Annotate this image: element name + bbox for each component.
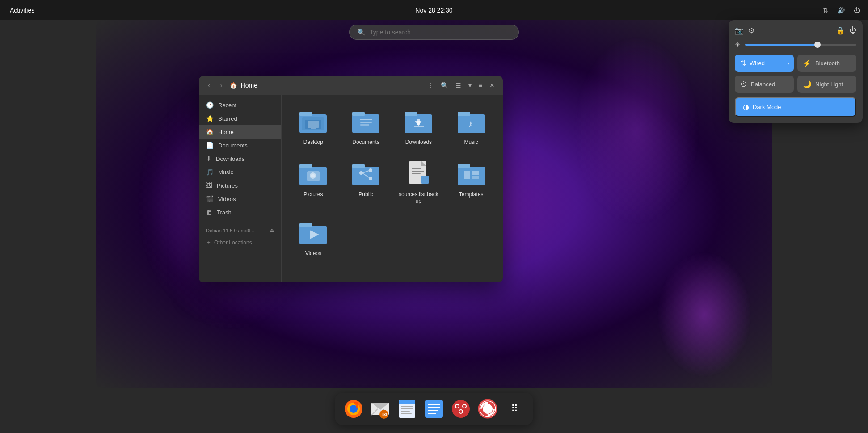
other-locations-label: Other Locations bbox=[214, 240, 252, 246]
svg-rect-7 bbox=[352, 112, 365, 116]
search-input[interactable] bbox=[370, 29, 510, 36]
fm-forward-button[interactable]: › bbox=[217, 80, 225, 90]
music-folder-svg: ♪ bbox=[457, 106, 486, 135]
music-folder-name: Music bbox=[464, 139, 478, 146]
searchbar-container: 🔍 bbox=[349, 25, 519, 40]
svg-rect-20 bbox=[299, 164, 312, 168]
dark-mode-button[interactable]: ◑ Dark Mode bbox=[735, 97, 856, 117]
public-folder-name: Public bbox=[358, 191, 373, 198]
sidebar-item-documents[interactable]: 📄 Documents bbox=[199, 139, 281, 152]
fm-view-icon[interactable]: ☰ bbox=[454, 81, 463, 90]
downloads-folder-name: Downloads bbox=[405, 139, 432, 146]
sidebar-downloads-label: Downloads bbox=[216, 156, 244, 162]
topbar-left: Activities bbox=[5, 5, 39, 16]
debian-label: Debian 11.5.0 amd6... bbox=[206, 228, 254, 233]
pictures-icon: 🖼 bbox=[206, 182, 212, 189]
sidebar-documents-label: Documents bbox=[218, 142, 248, 149]
sources-file-icon: ≡ bbox=[404, 159, 433, 188]
volume-icon[interactable]: 🔊 bbox=[834, 5, 847, 16]
dock-help[interactable] bbox=[476, 397, 499, 420]
svg-text:✉: ✉ bbox=[382, 412, 387, 418]
file-item-videos[interactable]: Videos bbox=[289, 213, 338, 262]
wired-icon: ⇅ bbox=[740, 59, 746, 67]
svg-rect-1 bbox=[299, 112, 312, 116]
sidebar-item-pictures[interactable]: 🖼 Pictures bbox=[199, 179, 281, 192]
file-item-public[interactable]: Public bbox=[341, 154, 391, 210]
eject-icon[interactable]: ⏏ bbox=[270, 227, 274, 233]
fm-sort-icon[interactable]: ▾ bbox=[467, 81, 473, 90]
notes-dock-svg bbox=[424, 399, 444, 419]
night-light-label: Night Light bbox=[815, 81, 843, 88]
wired-arrow-icon: › bbox=[788, 60, 789, 67]
sidebar-item-videos[interactable]: 🎬 Videos bbox=[199, 192, 281, 206]
brightness-row: ☀ bbox=[735, 41, 856, 48]
fm-search-icon[interactable]: 🔍 bbox=[439, 81, 450, 90]
wired-button[interactable]: ⇅ Wired › bbox=[735, 55, 794, 72]
sidebar-item-debian[interactable]: Debian 11.5.0 amd6... ⏏ bbox=[199, 225, 281, 236]
pictures-folder-svg bbox=[299, 159, 328, 188]
dock-writer[interactable] bbox=[396, 397, 419, 420]
night-light-button[interactable]: 🌙 Night Light bbox=[797, 76, 856, 93]
videos-icon: 🎬 bbox=[206, 195, 214, 202]
network-icon[interactable]: ⇅ bbox=[820, 5, 831, 16]
svg-rect-24 bbox=[352, 167, 379, 185]
sidebar-item-home[interactable]: 🏠 Home bbox=[199, 125, 281, 139]
systray-left-icons: 📷 ⚙ bbox=[735, 26, 754, 35]
svg-point-77 bbox=[463, 405, 466, 408]
screenshot-icon[interactable]: 📷 bbox=[735, 26, 744, 35]
file-item-documents[interactable]: Documents bbox=[341, 102, 391, 151]
file-item-music[interactable]: ♪ Music bbox=[447, 102, 496, 151]
sidebar-item-starred[interactable]: ⭐ Starred bbox=[199, 112, 281, 125]
svg-rect-71 bbox=[428, 413, 436, 414]
wired-label: Wired bbox=[750, 60, 765, 67]
dock-app-grid[interactable]: ⠿ bbox=[503, 397, 526, 420]
fm-back-button[interactable]: ‹ bbox=[205, 80, 213, 90]
sidebar-item-music[interactable]: 🎵 Music bbox=[199, 165, 281, 179]
dock-software[interactable] bbox=[449, 397, 472, 420]
fm-menu-icon[interactable]: ⋮ bbox=[426, 81, 435, 90]
dock-firefox[interactable] bbox=[342, 397, 365, 420]
brightness-thumb bbox=[814, 42, 821, 48]
file-item-desktop[interactable]: Desktop bbox=[289, 102, 338, 151]
search-icon: 🔍 bbox=[358, 29, 365, 36]
dock-notes[interactable] bbox=[422, 397, 446, 420]
downloads-icon: ⬇ bbox=[206, 155, 211, 162]
music-icon: 🎵 bbox=[206, 168, 214, 176]
svg-rect-43 bbox=[472, 176, 479, 179]
settings-icon[interactable]: ⚙ bbox=[748, 26, 754, 35]
svg-text:≡: ≡ bbox=[423, 177, 426, 182]
svg-rect-64 bbox=[401, 408, 413, 409]
sidebar-item-other-locations[interactable]: ＋ Other Locations bbox=[199, 236, 281, 249]
templates-folder-name: Templates bbox=[459, 191, 484, 198]
file-item-templates[interactable]: Templates bbox=[447, 154, 496, 210]
svg-rect-15 bbox=[414, 126, 424, 127]
svg-rect-68 bbox=[428, 404, 440, 405]
power-off-icon[interactable]: ⏻ bbox=[849, 26, 856, 35]
svg-text:♪: ♪ bbox=[468, 118, 473, 129]
sidebar-pictures-label: Pictures bbox=[217, 182, 238, 189]
file-item-downloads[interactable]: Downloads bbox=[394, 102, 443, 151]
recent-icon: 🕐 bbox=[206, 101, 214, 109]
lock-icon[interactable]: 🔒 bbox=[836, 26, 845, 35]
file-item-pictures[interactable]: Pictures bbox=[289, 154, 338, 210]
bluetooth-button[interactable]: ⚡ Bluetooth bbox=[797, 55, 856, 72]
power-icon[interactable]: ⏻ bbox=[851, 5, 863, 16]
balanced-button[interactable]: ⏱ Balanced bbox=[735, 76, 794, 93]
sidebar-item-trash[interactable]: 🗑 Trash bbox=[199, 206, 281, 219]
fm-body: 🕐 Recent ⭐ Starred 🏠 Home 📄 Documents ⬇ … bbox=[199, 95, 503, 282]
videos-folder-icon bbox=[299, 218, 328, 247]
fm-close-button[interactable]: ✕ bbox=[488, 81, 497, 90]
sidebar-item-recent[interactable]: 🕐 Recent bbox=[199, 98, 281, 112]
brightness-slider[interactable] bbox=[745, 44, 856, 46]
fm-list-icon[interactable]: ≡ bbox=[477, 81, 484, 90]
file-item-sources[interactable]: ≡ sources.list.backup bbox=[394, 154, 443, 210]
svg-rect-39 bbox=[458, 167, 485, 185]
activities-button[interactable]: Activities bbox=[5, 5, 39, 16]
svg-rect-8 bbox=[360, 119, 372, 120]
night-light-icon: 🌙 bbox=[803, 80, 812, 88]
dock-mail[interactable]: ✉ bbox=[369, 397, 392, 420]
sidebar-item-downloads[interactable]: ⬇ Downloads bbox=[199, 152, 281, 165]
dark-mode-label: Dark Mode bbox=[753, 104, 781, 110]
svg-rect-6 bbox=[352, 114, 379, 133]
svg-point-23 bbox=[311, 174, 315, 177]
